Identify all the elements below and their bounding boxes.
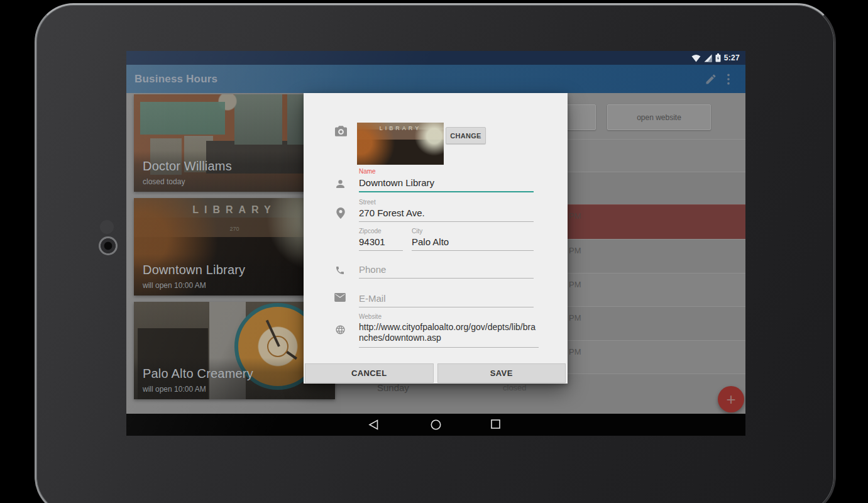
overflow-menu-icon[interactable] bbox=[727, 73, 730, 86]
website-input[interactable]: http://www.cityofpaloalto.org/gov/depts/… bbox=[359, 322, 539, 348]
status-bar: 5:27 bbox=[126, 51, 745, 65]
time-suffix: PM bbox=[569, 211, 581, 221]
front-camera bbox=[99, 236, 118, 255]
signal-icon bbox=[704, 54, 712, 62]
screen: 5:27 Business Hours bbox=[126, 51, 745, 436]
business-name: Palo Alto Creamery bbox=[143, 367, 326, 381]
phone-input[interactable] bbox=[359, 264, 534, 279]
dialog-button-bar: CANCEL SAVE bbox=[305, 363, 566, 383]
back-icon[interactable] bbox=[368, 419, 378, 433]
time-suffix: PM bbox=[569, 347, 581, 357]
ambient-sensor bbox=[100, 220, 114, 234]
city-label: City bbox=[412, 228, 422, 235]
closed-label: closed bbox=[503, 383, 527, 392]
business-name: Downtown Library bbox=[143, 263, 326, 277]
time-suffix: PM bbox=[569, 313, 581, 323]
city-input[interactable] bbox=[412, 236, 534, 251]
battery-charging-icon bbox=[715, 53, 721, 62]
open-website-button[interactable]: open website bbox=[607, 104, 711, 130]
location-pin-icon bbox=[336, 207, 345, 221]
business-status: closed today bbox=[143, 177, 326, 186]
business-status: will open 10:00 AM bbox=[143, 385, 326, 394]
clock-time: 5:27 bbox=[724, 53, 740, 62]
time-suffix: PM bbox=[569, 246, 581, 255]
globe-icon bbox=[335, 324, 346, 338]
business-photo-thumbnail[interactable]: LIBRARY bbox=[357, 123, 444, 165]
time-suffix: PM bbox=[569, 280, 581, 289]
edit-pencil-icon[interactable] bbox=[705, 73, 717, 86]
save-button[interactable]: SAVE bbox=[437, 363, 566, 383]
tablet-frame: 5:27 Business Hours bbox=[35, 3, 836, 503]
phone-icon bbox=[335, 265, 345, 278]
street-label: Street bbox=[359, 199, 376, 206]
page-title: Business Hours bbox=[135, 73, 217, 86]
home-icon[interactable] bbox=[431, 419, 441, 433]
cancel-button[interactable]: CANCEL bbox=[305, 363, 434, 383]
name-input[interactable] bbox=[359, 177, 534, 192]
recents-icon[interactable] bbox=[491, 419, 500, 431]
edit-business-dialog: LIBRARY CHANGE Name Street Zipcode City bbox=[304, 93, 568, 384]
person-icon bbox=[335, 179, 346, 192]
screenshot-stage: 5:27 Business Hours bbox=[0, 0, 868, 503]
change-photo-button[interactable]: CHANGE bbox=[446, 127, 486, 144]
website-label: Website bbox=[359, 313, 382, 320]
email-input[interactable] bbox=[359, 293, 534, 307]
library-sign-text: LIBRARY bbox=[357, 125, 444, 131]
add-business-fab[interactable]: + bbox=[718, 386, 744, 412]
day-label: Sunday bbox=[377, 382, 409, 393]
app-bar: Business Hours bbox=[126, 65, 745, 93]
street-input[interactable] bbox=[359, 207, 534, 222]
zipcode-label: Zipcode bbox=[359, 228, 382, 235]
business-name: Doctor Williams bbox=[143, 159, 326, 174]
name-label: Name bbox=[359, 168, 376, 175]
wifi-icon bbox=[691, 54, 701, 62]
plus-icon: + bbox=[726, 391, 735, 407]
email-icon bbox=[334, 293, 346, 304]
zipcode-input[interactable] bbox=[359, 236, 403, 251]
camera-icon bbox=[335, 126, 347, 139]
business-status: will open 10:00 AM bbox=[143, 281, 326, 290]
navigation-bar bbox=[126, 414, 745, 436]
